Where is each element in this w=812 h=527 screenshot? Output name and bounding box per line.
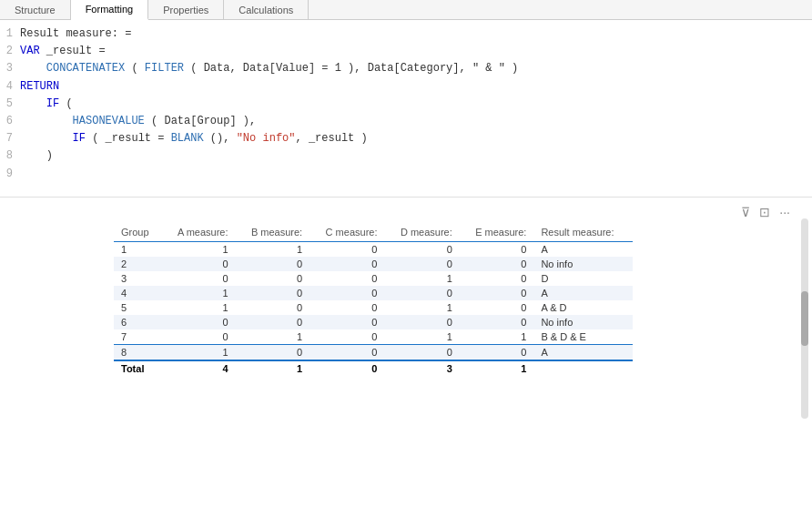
table-cell: 8 [114, 345, 162, 361]
table-cell: 1 [236, 329, 310, 345]
code-token: ( _result = [86, 132, 171, 145]
code-token: (), [204, 132, 237, 145]
code-line: 9 [0, 166, 812, 183]
code-token: RETURN [20, 80, 59, 93]
table-header-cell: E measure: [460, 225, 534, 242]
table-row: 111000A [114, 242, 633, 258]
table-cell: 1 [460, 329, 534, 345]
table-cell: A [533, 286, 633, 300]
table-header-cell: Result measure: [533, 225, 633, 242]
code-token: ) [20, 149, 53, 162]
code-line: 5 IF ( [0, 96, 812, 113]
tab-structure[interactable]: Structure [0, 0, 71, 19]
line-content: RETURN [20, 78, 59, 96]
line-content: IF ( _result = BLANK (), "No info", _res… [20, 130, 368, 147]
table-cell: 0 [384, 257, 459, 271]
table-row: 200000No info [114, 257, 633, 271]
table-row: 701011B & D & E [114, 329, 633, 345]
data-table-wrap: GroupA measure:B measure:C measure:D mea… [0, 225, 812, 376]
table-header-cell: A measure: [162, 225, 236, 242]
total-cell: 3 [384, 360, 459, 376]
total-cell: 0 [310, 360, 384, 376]
scrollbar-thumb[interactable] [801, 291, 808, 346]
total-row: Total41031 [114, 360, 633, 376]
code-line: 2VAR _result = [0, 43, 812, 60]
table-cell: 0 [460, 300, 534, 315]
table-cell: 0 [236, 345, 310, 361]
table-cell: 1 [162, 242, 236, 258]
right-scrollbar[interactable] [801, 218, 808, 419]
table-cell: 0 [236, 286, 310, 300]
code-token: HASONEVALUE [73, 115, 145, 127]
table-cell: 0 [384, 315, 459, 329]
table-cell: D [533, 271, 633, 286]
line-content: Result measure: = [20, 25, 131, 43]
code-line: 8 ) [0, 147, 812, 165]
code-token: FILTER [145, 62, 184, 75]
tab-properties[interactable]: Properties [148, 0, 224, 19]
table-cell: 0 [310, 329, 384, 345]
table-cell: 0 [162, 271, 236, 286]
filter-icon[interactable]: ⊽ [741, 205, 750, 219]
table-cell: 0 [460, 257, 534, 271]
code-token: IF [46, 97, 59, 110]
total-cell: 1 [460, 360, 534, 376]
table-cell: 0 [460, 315, 534, 329]
line-content: HASONEVALUE ( Data[Group] ), [20, 113, 256, 130]
expand-icon[interactable]: ⊡ [759, 205, 770, 219]
code-token: ( [125, 62, 145, 75]
code-line: 7 IF ( _result = BLANK (), "No info", _r… [0, 130, 812, 147]
table-cell: 0 [460, 242, 534, 258]
table-cell: B & D & E [533, 329, 633, 345]
code-editor[interactable]: 1Result measure: =2VAR _result =3 CONCAT… [0, 20, 812, 198]
table-cell: 1 [162, 345, 236, 361]
code-token [20, 62, 46, 75]
code-token: Result measure: = [20, 27, 131, 40]
table-cell: 0 [310, 286, 384, 300]
table-row: 300010D [114, 271, 633, 286]
table-cell: 0 [310, 271, 384, 286]
table-cell: 0 [384, 286, 459, 300]
table-cell: A [533, 242, 633, 258]
table-cell: A & D [533, 300, 633, 315]
table-cell: 2 [114, 257, 162, 271]
table-cell: No info [533, 257, 633, 271]
code-token: ( Data[Group] ), [145, 115, 256, 127]
code-line: 6 HASONEVALUE ( Data[Group] ), [0, 113, 812, 130]
code-token [20, 132, 73, 145]
code-token: VAR [20, 45, 40, 57]
table-body: 111000A200000No info300010D410000A510010… [114, 242, 633, 377]
table-header-cell: D measure: [384, 225, 459, 242]
table-cell: 0 [310, 345, 384, 361]
line-number: 6 [0, 113, 20, 130]
table-cell: 1 [162, 300, 236, 315]
table-cell: 0 [310, 242, 384, 258]
table-cell: 0 [460, 271, 534, 286]
tab-calculations[interactable]: Calculations [224, 0, 309, 19]
more-icon[interactable]: ··· [779, 205, 790, 219]
table-cell: 0 [236, 300, 310, 315]
table-header-cell: Group [114, 225, 162, 242]
table-cell: 0 [384, 345, 459, 361]
tab-formatting[interactable]: Formatting [71, 0, 149, 20]
table-cell: 1 [236, 242, 310, 258]
total-cell: 1 [236, 360, 310, 376]
table-cell: 0 [162, 329, 236, 345]
line-number: 1 [0, 25, 20, 43]
table-cell: 4 [114, 286, 162, 300]
table-cell: 1 [384, 329, 459, 345]
code-token: ( [59, 97, 72, 110]
line-number: 4 [0, 78, 20, 96]
table-cell: 1 [162, 286, 236, 300]
table-cell: 0 [162, 257, 236, 271]
table-cell: 5 [114, 300, 162, 315]
code-token: ( Data, Data[Value] = 1 ), Data[Category… [184, 62, 518, 75]
table-cell: 0 [460, 345, 534, 361]
data-panel: ⊽ ⊡ ··· GroupA measure:B measure:C measu… [0, 198, 812, 376]
table-cell: 0 [310, 315, 384, 329]
code-token [20, 97, 46, 110]
code-token: CONCATENATEX [46, 62, 125, 75]
table-row: 510010A & D [114, 300, 633, 315]
code-token: "No info" [237, 132, 296, 145]
code-line: 1Result measure: = [0, 25, 812, 43]
